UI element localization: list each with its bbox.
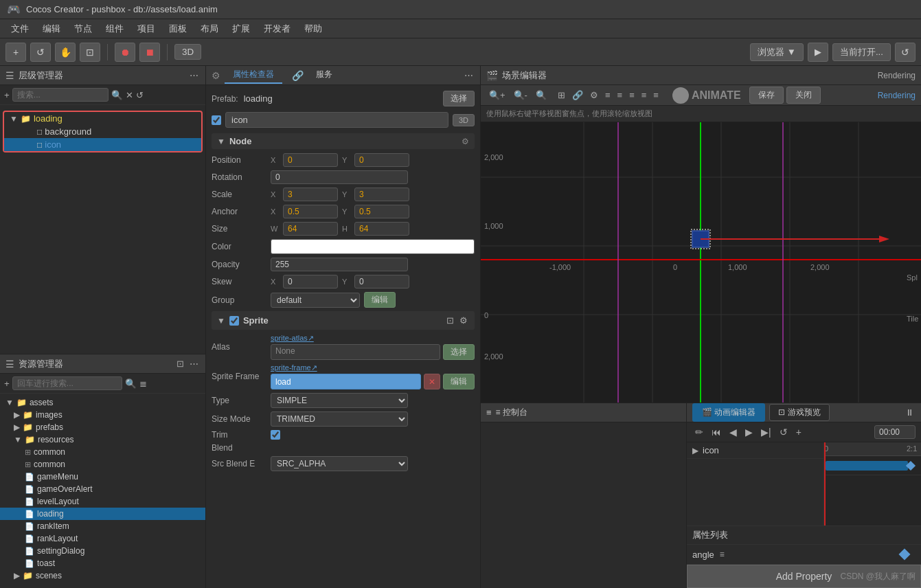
asset-item-common2[interactable]: ⊞ common — [0, 458, 205, 471]
component-name-input[interactable] — [225, 112, 448, 128]
anim-next-btn[interactable]: ▶| — [758, 425, 774, 439]
asset-menu-btn[interactable]: ⋯ — [188, 357, 200, 370]
asset-item-rankLayout[interactable]: 📄 rankLayout — [0, 532, 205, 545]
toolbar-browser-btn[interactable]: 浏览器 ▼ — [750, 43, 804, 61]
menu-panel[interactable]: 面板 — [163, 21, 192, 36]
asset-item-rankItem[interactable]: 📄 rankItem — [0, 520, 205, 532]
anim-preview-tab[interactable]: ⊡ 游戏预览 — [769, 404, 829, 421]
menu-project[interactable]: 项目 — [132, 21, 161, 36]
hierarchy-search-btn[interactable]: 🔍 — [111, 90, 123, 100]
menu-help[interactable]: 帮助 — [299, 21, 328, 36]
scene-align-btn[interactable]: ≡ — [602, 89, 613, 102]
hierarchy-filter-btn[interactable]: ✕ — [126, 90, 133, 100]
tab-inspector[interactable]: 属性检查器 — [225, 67, 282, 84]
prefab-select-btn[interactable]: 选择 — [443, 91, 475, 106]
scene-align3-btn[interactable]: ≡ — [626, 89, 637, 102]
angle-prop-menu[interactable]: ≡ — [720, 550, 725, 559]
tree-item-loading[interactable]: ▼ 📁 loading — [4, 112, 201, 125]
toolbar-3d-btn[interactable]: 3D — [174, 44, 201, 60]
anim-prev-btn[interactable]: ◀ — [727, 425, 740, 439]
trim-checkbox[interactable] — [271, 430, 280, 440]
toolbar-play-btn[interactable]: ▶ — [808, 43, 828, 62]
toolbar-add-btn[interactable]: + — [5, 43, 26, 62]
asset-item-prefabs[interactable]: ▶ 📁 prefabs — [0, 421, 205, 433]
rotation-input[interactable] — [271, 170, 408, 184]
asset-search-btn[interactable]: 🔍 — [125, 378, 137, 389]
skew-x-input[interactable] — [283, 275, 338, 289]
asset-copy-btn[interactable]: ⊡ — [175, 357, 185, 370]
color-swatch[interactable] — [271, 239, 475, 254]
toolbar-refresh-btn[interactable]: ↺ — [30, 43, 51, 62]
component-enabled-checkbox[interactable] — [212, 115, 221, 125]
toolbar-cursor-btn[interactable]: ⊡ — [80, 43, 100, 62]
position-x-input[interactable] — [283, 153, 338, 167]
toolbar-current-btn[interactable]: 当前打开... — [832, 43, 891, 61]
scene-fit-btn[interactable]: 🔍 — [533, 89, 549, 102]
scene-align4-btn[interactable]: ≡ — [639, 89, 650, 102]
asset-item-scenes[interactable]: ▶ 📁 scenes — [0, 569, 205, 582]
asset-item-gameMenu[interactable]: 📄 gameMenu — [0, 471, 205, 483]
menu-developer[interactable]: 开发者 — [258, 21, 296, 36]
anim-pause-icon[interactable]: ⏸ — [904, 406, 916, 419]
hierarchy-action-1[interactable]: ⋯ — [188, 69, 200, 82]
hierarchy-search-input[interactable] — [12, 88, 109, 102]
asset-item-levelLayout[interactable]: 📄 levelLayout — [0, 495, 205, 508]
sprite-frame-clear-btn[interactable]: ✕ — [424, 374, 440, 389]
anchor-y-input[interactable] — [354, 205, 409, 218]
scene-mode-btn[interactable]: ⚙ — [587, 89, 601, 102]
hierarchy-add-btn[interactable]: + — [4, 90, 10, 100]
asset-item-settingDialog[interactable]: 📄 settingDialog — [0, 545, 205, 557]
scene-zoom-in-btn[interactable]: 🔍+ — [486, 89, 508, 102]
scene-viewport[interactable]: 2,000 1,000 0 2,000 -1,000 0 1,000 2,000 — [481, 122, 921, 403]
position-y-input[interactable] — [354, 153, 409, 167]
anim-loop-btn[interactable]: ↺ — [777, 425, 791, 439]
menu-edit[interactable]: 编辑 — [37, 21, 66, 36]
sprite-copy-btn[interactable]: ⊡ — [445, 314, 455, 327]
atlas-select-btn[interactable]: 选择 — [443, 344, 475, 360]
asset-sort-btn[interactable]: ≣ — [139, 378, 147, 389]
sprite-frame-edit-btn[interactable]: 编辑 — [443, 374, 475, 389]
node-gear-icon[interactable]: ⚙ — [462, 137, 469, 146]
menu-file[interactable]: 文件 — [5, 21, 34, 36]
toolbar-hand-btn[interactable]: ✋ — [55, 43, 76, 62]
scene-align2-btn[interactable]: ≡ — [615, 89, 626, 102]
tab-services[interactable]: 服务 — [308, 67, 341, 84]
toolbar-stop-btn[interactable]: ⏹ — [139, 43, 160, 62]
node-section-header[interactable]: ▼ Node ⚙ — [212, 133, 475, 149]
anim-play-btn[interactable]: ▶ — [742, 425, 755, 439]
asset-item-gameOverAlert[interactable]: 📄 gameOverAlert — [0, 483, 205, 495]
anim-first-btn[interactable]: ⏮ — [709, 425, 724, 439]
anim-track-icon[interactable]: ▶ icon — [687, 442, 823, 459]
toolbar-reload-btn[interactable]: ↺ — [895, 43, 916, 62]
menu-layout[interactable]: 布局 — [195, 21, 224, 36]
scale-x-input[interactable] — [283, 188, 338, 201]
sprite-frame-input[interactable] — [271, 374, 421, 389]
sprite-frame-link[interactable]: sprite-frame↗ — [271, 363, 475, 372]
scene-grid-btn[interactable]: ⊞ — [555, 89, 568, 102]
asset-item-images[interactable]: ▶ 📁 images — [0, 409, 205, 421]
skew-y-input[interactable] — [354, 275, 409, 289]
anim-add-btn[interactable]: + — [793, 425, 804, 439]
scene-zoom-out-btn[interactable]: 🔍- — [511, 89, 530, 102]
menu-node[interactable]: 节点 — [69, 21, 98, 36]
group-select[interactable]: default — [271, 293, 360, 308]
asset-item-toast[interactable]: 📄 toast — [0, 557, 205, 569]
size-h-input[interactable] — [354, 222, 409, 236]
asset-item-assets[interactable]: ▼ 📁 assets — [0, 396, 205, 409]
anim-time-input[interactable] — [874, 425, 916, 439]
menu-component[interactable]: 组件 — [100, 21, 129, 36]
scene-align5-btn[interactable]: ≡ — [650, 89, 661, 102]
asset-item-common1[interactable]: ⊞ common — [0, 446, 205, 458]
sprite-section-header[interactable]: ▼ Sprite ⊡ ⚙ — [212, 311, 475, 330]
anim-record-btn[interactable]: ✏ — [692, 425, 706, 439]
atlas-link[interactable]: sprite-atlas↗ — [271, 334, 475, 343]
properties-more-btn[interactable]: ⋯ — [463, 69, 475, 82]
asset-add-btn[interactable]: + — [4, 378, 10, 389]
scene-close-btn[interactable]: 关闭 — [786, 87, 821, 104]
hierarchy-refresh-btn[interactable]: ↺ — [136, 90, 144, 100]
anchor-x-input[interactable] — [283, 205, 338, 218]
menu-extend[interactable]: 扩展 — [227, 21, 255, 36]
toolbar-record-btn[interactable]: ⏺ — [115, 43, 135, 62]
src-blend-select[interactable]: SRC_ALPHA — [271, 456, 408, 471]
asset-item-resources[interactable]: ▼ 📁 resources — [0, 433, 205, 446]
